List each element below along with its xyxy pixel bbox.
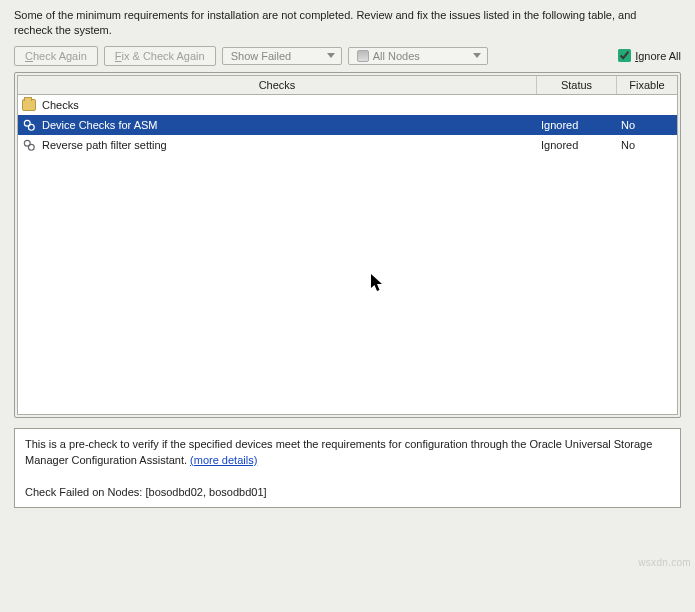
details-text: This is a pre-check to verify if the spe… — [25, 438, 652, 466]
tree-root-row[interactable]: Checks — [18, 95, 677, 115]
column-header-status[interactable]: Status — [537, 76, 617, 94]
details-panel: This is a pre-check to verify if the spe… — [14, 428, 681, 508]
chevron-down-icon — [473, 53, 481, 58]
row-fixable: No — [617, 119, 677, 131]
fix-check-again-button[interactable]: Fix & Check Again — [104, 46, 216, 66]
svg-point-3 — [28, 144, 34, 150]
table-header: Checks Status Fixable — [18, 76, 677, 95]
gear-icon — [22, 118, 36, 132]
row-status: Ignored — [537, 119, 617, 131]
check-again-button[interactable]: Check Again — [14, 46, 98, 66]
show-failed-dropdown[interactable]: Show Failed — [222, 47, 342, 65]
ignore-all-input[interactable] — [618, 49, 631, 62]
checks-table: Checks Status Fixable Checks — [17, 75, 678, 415]
table-row[interactable]: Reverse path filter setting Ignored No — [18, 135, 677, 155]
column-header-fixable[interactable]: Fixable — [617, 76, 677, 94]
gear-icon — [22, 138, 36, 152]
database-icon — [357, 50, 369, 62]
ignore-all-checkbox[interactable]: Ignore All — [618, 49, 681, 62]
row-fixable: No — [617, 139, 677, 151]
table-row[interactable]: Device Checks for ASM Ignored No — [18, 115, 677, 135]
row-status: Ignored — [537, 139, 617, 151]
column-header-checks[interactable]: Checks — [18, 76, 537, 94]
svg-point-1 — [28, 124, 34, 130]
failed-nodes-text: Check Failed on Nodes: [bosodbd02, bosod… — [25, 486, 267, 498]
all-nodes-dropdown[interactable]: All Nodes — [348, 47, 488, 65]
more-details-link[interactable]: (more details) — [190, 454, 257, 466]
watermark: wsxdn.com — [638, 557, 691, 568]
folder-icon — [22, 99, 36, 111]
intro-text: Some of the minimum requirements for ins… — [14, 8, 681, 38]
row-label: Reverse path filter setting — [42, 139, 167, 151]
tree-root-label: Checks — [42, 99, 79, 111]
show-failed-label: Show Failed — [231, 50, 292, 62]
all-nodes-label: All Nodes — [373, 50, 420, 62]
row-label: Device Checks for ASM — [42, 119, 158, 131]
chevron-down-icon — [327, 53, 335, 58]
toolbar: Check Again Fix & Check Again Show Faile… — [14, 46, 681, 66]
